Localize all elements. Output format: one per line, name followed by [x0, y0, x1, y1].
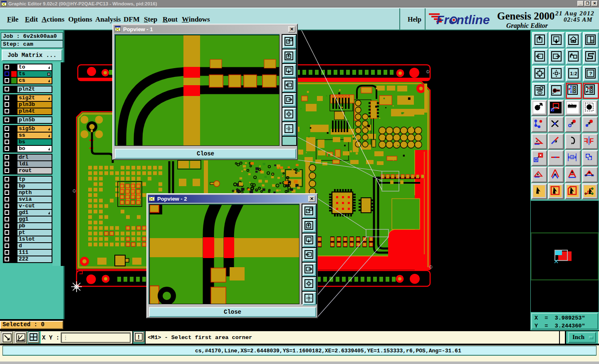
- svg-text:Frontline: Frontline: [436, 13, 490, 27]
- svg-text:4: 4: [572, 156, 573, 159]
- svg-text:Genesis 2000: Genesis 2000: [497, 10, 554, 22]
- svg-text:XY: XY: [591, 41, 594, 43]
- svg-text:!: !: [138, 334, 140, 340]
- svg-text:ok: ok: [22, 338, 25, 341]
- svg-text:21 Aug 2012: 21 Aug 2012: [555, 10, 594, 17]
- svg-text:F: F: [584, 137, 588, 145]
- svg-text:1:2: 1:2: [570, 71, 577, 76]
- svg-text:Graphic Editor: Graphic Editor: [506, 22, 548, 30]
- svg-text:?: ?: [589, 71, 592, 76]
- svg-text:02:45 AM: 02:45 AM: [564, 16, 593, 23]
- svg-text:F: F: [589, 137, 594, 145]
